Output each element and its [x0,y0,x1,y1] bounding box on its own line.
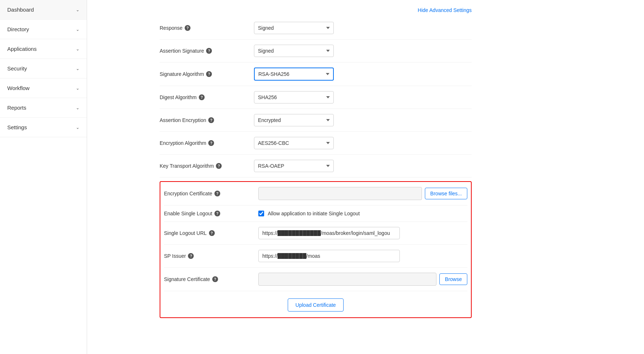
hide-advanced-section: Hide Advanced Settings [160,0,472,17]
sp-issuer-control [258,250,467,262]
assertion-signature-info-icon[interactable]: ? [206,48,212,54]
signature-certificate-row: Signature Certificate ? Browse [164,268,467,291]
chevron-icon-directory: ⌄ [76,27,79,32]
sidebar-item-label-directory: Directory [7,26,29,32]
assertion-encryption-select[interactable]: Encrypted Unencrypted [254,114,334,126]
sidebar-item-label-settings: Settings [7,124,27,130]
browse-files-button[interactable]: Browse files... [425,188,467,199]
single-logout-checkbox[interactable] [258,211,264,216]
chevron-icon-reports: ⌄ [76,105,79,110]
signature-algorithm-control: RSA-SHA256 RSA-SHA1 RSA-SHA384 RSA-SHA51… [254,68,472,81]
digest-algorithm-label: Digest Algorithm ? [160,94,254,100]
highlighted-section: Encryption Certificate ? Browse files...… [160,181,472,318]
signature-certificate-control: Browse [258,273,467,286]
enable-single-logout-info-icon[interactable]: ? [214,211,220,216]
sidebar-item-applications[interactable]: Applications⌄ [0,39,87,59]
key-transport-algorithm-info-icon[interactable]: ? [216,163,222,169]
sidebar-item-settings[interactable]: Settings⌄ [0,118,87,137]
assertion-encryption-label: Assertion Encryption ? [160,117,254,123]
chevron-icon-workflow: ⌄ [76,86,79,91]
signature-certificate-label: Signature Certificate ? [164,276,258,282]
single-logout-checkbox-wrap: Allow application to initiate Single Log… [258,211,467,216]
chevron-icon-applications: ⌄ [76,46,79,52]
single-logout-url-info-icon[interactable]: ? [209,230,215,236]
chevron-icon-settings: ⌄ [76,125,79,130]
digest-algorithm-row: Digest Algorithm ? SHA256 SHA1 SHA384 SH… [160,86,472,109]
digest-algorithm-control: SHA256 SHA1 SHA384 SHA512 [254,91,472,103]
chevron-icon-security: ⌄ [76,66,79,71]
assertion-signature-select[interactable]: Signed Unsigned [254,45,334,57]
sidebar: Dashboard⌄Directory⌄Applications⌄Securit… [0,0,87,354]
single-logout-url-input[interactable] [258,227,400,239]
single-logout-url-label: Single Logout URL ? [164,230,258,236]
form-section: Response ? Signed Unsigned Assertion Sig… [160,17,472,318]
encryption-algorithm-select[interactable]: AES256-CBC AES128-CBC AES256-GCM AES128-… [254,137,334,149]
chevron-icon-dashboard: ⌄ [76,7,79,12]
assertion-signature-control: Signed Unsigned [254,45,472,57]
assertion-signature-label: Assertion Signature ? [160,48,254,54]
key-transport-algorithm-label: Key Transport Algorithm ? [160,163,254,169]
single-logout-url-row: Single Logout URL ? [164,222,467,245]
sidebar-item-label-applications: Applications [7,46,37,52]
digest-algorithm-select[interactable]: SHA256 SHA1 SHA384 SHA512 [254,91,334,103]
sp-issuer-input[interactable] [258,250,400,262]
assertion-encryption-row: Assertion Encryption ? Encrypted Unencry… [160,109,472,132]
sp-issuer-info-icon[interactable]: ? [188,253,194,259]
encryption-algorithm-info-icon[interactable]: ? [208,140,214,146]
signature-algorithm-select[interactable]: RSA-SHA256 RSA-SHA1 RSA-SHA384 RSA-SHA51… [254,68,334,81]
encryption-certificate-field [258,187,422,200]
encryption-certificate-label: Encryption Certificate ? [164,191,258,196]
enable-single-logout-row: Enable Single Logout ? Allow application… [164,206,467,222]
response-label: Response ? [160,25,254,31]
sidebar-item-security[interactable]: Security⌄ [0,59,87,78]
sidebar-item-label-security: Security [7,65,27,72]
digest-algorithm-info-icon[interactable]: ? [199,94,205,100]
single-logout-url-control [258,227,467,239]
assertion-encryption-info-icon[interactable]: ? [208,117,214,123]
encryption-certificate-row: Encryption Certificate ? Browse files... [164,182,467,206]
response-row: Response ? Signed Unsigned [160,17,472,40]
encryption-algorithm-label: Encryption Algorithm ? [160,140,254,146]
assertion-signature-row: Assertion Signature ? Signed Unsigned [160,40,472,62]
browse-signature-cert-button[interactable]: Browse [439,273,467,285]
main-content: Hide Advanced Settings Response ? Signed… [87,0,644,354]
encryption-certificate-info-icon[interactable]: ? [214,191,220,196]
upload-certificate-button[interactable]: Upload Certificate [288,298,343,312]
key-transport-algorithm-select[interactable]: RSA-OAEP RSA-v1.5 [254,160,334,172]
hide-advanced-link[interactable]: Hide Advanced Settings [418,7,472,13]
sidebar-item-dashboard[interactable]: Dashboard⌄ [0,0,87,20]
signature-certificate-info-icon[interactable]: ? [212,276,218,282]
single-logout-checkbox-label: Allow application to initiate Single Log… [268,211,360,216]
signature-algorithm-row: Signature Algorithm ? RSA-SHA256 RSA-SHA… [160,62,472,86]
sp-issuer-label: SP Issuer ? [164,253,258,259]
signature-certificate-field [258,273,436,286]
sidebar-item-workflow[interactable]: Workflow⌄ [0,78,87,98]
response-info-icon[interactable]: ? [185,25,190,31]
encryption-certificate-control: Browse files... [258,187,467,200]
sp-issuer-row: SP Issuer ? [164,245,467,268]
sidebar-item-directory[interactable]: Directory⌄ [0,20,87,39]
encryption-algorithm-control: AES256-CBC AES128-CBC AES256-GCM AES128-… [254,137,472,149]
enable-single-logout-label: Enable Single Logout ? [164,211,258,216]
assertion-encryption-control: Encrypted Unencrypted [254,114,472,126]
signature-algorithm-label: Signature Algorithm ? [160,71,254,77]
enable-single-logout-control: Allow application to initiate Single Log… [258,211,467,216]
key-transport-algorithm-row: Key Transport Algorithm ? RSA-OAEP RSA-v… [160,155,472,178]
signature-algorithm-info-icon[interactable]: ? [206,71,212,77]
key-transport-algorithm-control: RSA-OAEP RSA-v1.5 [254,160,472,172]
response-select[interactable]: Signed Unsigned [254,22,334,34]
sidebar-item-label-dashboard: Dashboard [7,7,34,13]
encryption-algorithm-row: Encryption Algorithm ? AES256-CBC AES128… [160,132,472,155]
response-control: Signed Unsigned [254,22,472,34]
sidebar-item-label-workflow: Workflow [7,85,29,91]
upload-row: Upload Certificate [164,291,467,317]
sidebar-item-reports[interactable]: Reports⌄ [0,98,87,118]
sidebar-item-label-reports: Reports [7,105,26,111]
